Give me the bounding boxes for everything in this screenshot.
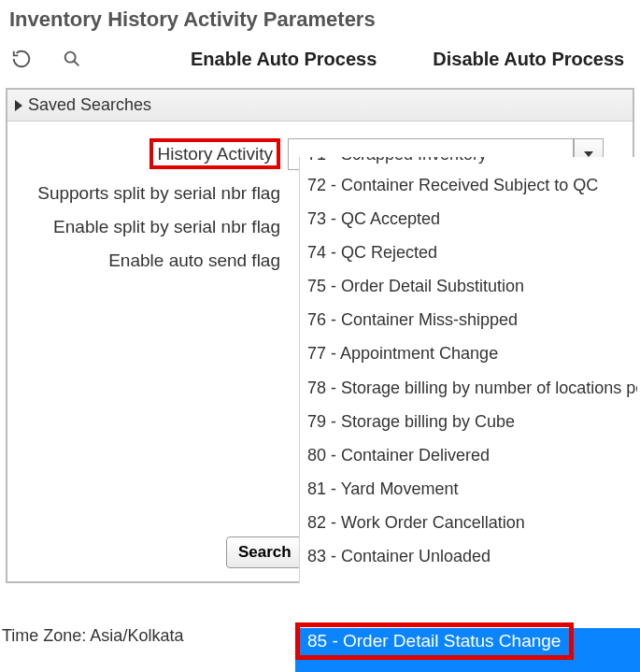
disable-auto-process-button[interactable]: Disable Auto Process (433, 49, 624, 70)
dropdown-option[interactable]: 74 - QC Rejected (300, 236, 637, 269)
enable-auto-process-button[interactable]: Enable Auto Process (191, 49, 377, 70)
dropdown-option[interactable]: 73 - QC Accepted (300, 202, 637, 236)
search-button-wrap: Search (226, 536, 304, 568)
dropdown-option[interactable]: 81 - Yard Movement (300, 472, 637, 506)
dropdown-option[interactable]: 83 - Container Unloaded (300, 539, 637, 573)
dropdown-option[interactable]: 80 - Container Delivered (300, 438, 637, 472)
expand-icon (15, 100, 22, 111)
refresh-icon[interactable] (9, 47, 34, 71)
label-supports-split: Supports split by serial nbr flag (17, 183, 288, 204)
label-enable-split: Enable split by serial nbr flag (17, 217, 288, 237)
label-history-activity-text: History Activity (149, 138, 280, 169)
dropdown-option[interactable]: 77 - Appointment Change (300, 336, 637, 370)
dropdown-option[interactable]: 78 - Storage billing by number of locati… (300, 371, 637, 405)
toolbar-icons (9, 47, 168, 71)
label-history-activity: History Activity (17, 144, 288, 164)
search-button[interactable]: Search (226, 536, 304, 568)
toolbar: Enable Auto Process Disable Auto Process (0, 37, 640, 88)
svg-point-0 (65, 52, 76, 63)
toolbar-actions: Enable Auto Process Disable Auto Process (191, 49, 624, 70)
search-panel: Saved Searches History Activity Supports… (6, 88, 634, 583)
dropdown-option[interactable]: 84 - Load Status Change (300, 573, 637, 583)
dropdown-option[interactable]: 79 - Storage billing by Cube (300, 405, 637, 438)
history-activity-dropdown-list: 71 - Scrapped Inventory 72 - Container R… (299, 157, 637, 583)
label-enable-auto-send: Enable auto send flag (17, 250, 288, 271)
dropdown-option[interactable]: 76 - Container Miss-shipped (300, 303, 637, 336)
saved-searches-header[interactable]: Saved Searches (7, 90, 633, 122)
saved-searches-label: Saved Searches (28, 95, 151, 115)
dropdown-option[interactable]: 82 - Work Order Cancellation (300, 506, 637, 539)
page-title: Inventory History Activity Parameters (0, 0, 640, 37)
dropdown-option[interactable]: 72 - Container Received Subject to QC (300, 168, 637, 202)
dropdown-option[interactable]: 71 - Scrapped Inventory (300, 157, 637, 168)
dropdown-option[interactable]: 75 - Order Detail Substitution (300, 269, 637, 303)
svg-line-1 (74, 61, 78, 65)
search-icon[interactable] (60, 47, 84, 71)
